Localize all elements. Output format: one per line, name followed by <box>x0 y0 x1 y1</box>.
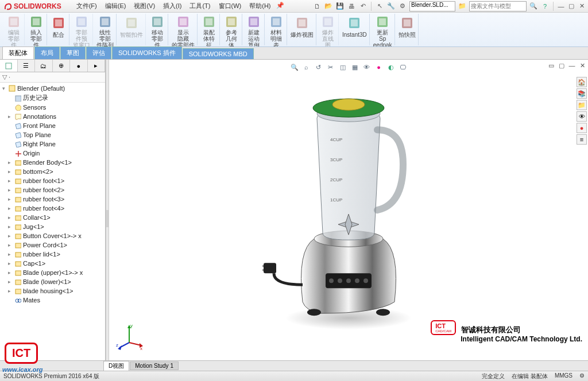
tree-item[interactable]: ▸Blade (upper)<1>-> x <box>0 268 105 277</box>
doc-close-icon[interactable]: ✕ <box>578 61 587 70</box>
ribbon-insert-comp[interactable]: 插入零部件 <box>26 14 47 45</box>
tree-item[interactable]: ▸bottom<2> <box>0 167 105 176</box>
browse-icon[interactable]: 📁 <box>458 2 467 11</box>
fm-display-tab-icon[interactable]: ● <box>70 60 88 72</box>
tree-item[interactable]: Top Plane <box>0 130 105 139</box>
minimize-icon[interactable]: — <box>557 2 565 10</box>
section-view-icon[interactable]: ✂ <box>326 62 336 72</box>
tree-item[interactable]: ▸rubber foot<1> <box>0 176 105 185</box>
tree-item[interactable]: Sensors <box>0 103 105 112</box>
ribbon-speedpak[interactable]: 更新Speedpak <box>371 14 395 45</box>
view-settings-icon[interactable]: 🖵 <box>398 62 408 72</box>
document-name[interactable]: Blender.SLD... <box>409 1 455 11</box>
scene-icon[interactable]: ◐ <box>386 62 396 72</box>
status-extras-icon[interactable]: ⚙ <box>579 372 585 380</box>
tree-item[interactable]: 历史记录 <box>0 93 105 103</box>
rebuild-icon[interactable]: 🔧 <box>386 2 396 11</box>
fm-overflow-icon[interactable]: ▸ <box>88 60 106 72</box>
graphics-viewport[interactable]: ▭ ▢ — ✕ 🔍 ⌕ ↺ ✂ ◫ ▦ 👁 ● ◐ 🖵 🏠 📚 📁 👁 ● ≡ <box>109 60 588 360</box>
ribbon-mate[interactable]: 配合 <box>48 14 69 45</box>
ribbon-motion[interactable]: 新建运动算例 <box>243 14 265 45</box>
menu-help[interactable]: 帮助(H) <box>246 1 274 11</box>
tree-item[interactable]: ▸Blender Body<1> <box>0 158 105 167</box>
fm-property-tab-icon[interactable]: ☰ <box>18 60 36 72</box>
tree-item[interactable]: ▸Collar<1> <box>0 213 105 222</box>
ribbon-explode[interactable]: 爆炸视图 <box>288 14 316 45</box>
search-input[interactable] <box>469 1 527 11</box>
tree-item[interactable]: ▸Cap<1> <box>0 259 105 268</box>
tree-item[interactable]: ▸rubber foot<4> <box>0 204 105 213</box>
tab-0[interactable]: 装配体 <box>2 46 34 59</box>
undo-icon[interactable]: ↶ <box>358 2 368 11</box>
taskpane-file-icon[interactable]: 📁 <box>577 100 587 110</box>
fm-tree-tab-icon[interactable] <box>0 60 18 72</box>
tree-item[interactable]: Mates <box>0 296 105 305</box>
fm-config-tab-icon[interactable]: 🗂 <box>35 60 53 72</box>
menu-edit[interactable]: 编辑(E) <box>102 1 130 11</box>
ribbon-linear-pattern[interactable]: 线性零部件阵列 <box>94 14 117 45</box>
menu-insert[interactable]: 插入(I) <box>160 1 185 11</box>
prev-view-icon[interactable]: ↺ <box>314 62 324 72</box>
ribbon-snapshot[interactable]: 拍快照 <box>396 14 419 45</box>
bottom-tab-model[interactable]: D视图 <box>103 361 129 371</box>
tree-item[interactable]: ▸Jug<1> <box>0 222 105 231</box>
tree-item[interactable]: Origin <box>0 149 105 158</box>
taskpane-lib-icon[interactable]: 📚 <box>577 88 587 99</box>
tree-filter[interactable]: ▽ · <box>0 72 105 83</box>
tree-item[interactable]: ▸rubber lid<1> <box>0 250 105 259</box>
ribbon-instant3d[interactable]: Instant3D <box>340 14 370 45</box>
tree-item[interactable]: ▸Button Cover<1>-> x <box>0 231 105 240</box>
orientation-triad[interactable]: y x z <box>115 322 144 352</box>
ribbon-move-comp[interactable]: 移动零部件 <box>147 14 168 45</box>
tree-root[interactable]: ▾ Blender (Default) <box>0 84 105 93</box>
tree-item[interactable]: ▸Power Cord<1> <box>0 240 105 250</box>
open-doc-icon[interactable]: 📂 <box>324 2 333 11</box>
menu-file[interactable]: 文件(F) <box>73 1 100 11</box>
help-icon[interactable]: ? <box>540 2 550 11</box>
taskpane-view-icon[interactable]: 👁 <box>577 111 587 122</box>
maximize-icon[interactable]: ▢ <box>567 2 575 10</box>
ribbon-show-hidden[interactable]: 显示隐藏的零部件 <box>169 14 198 45</box>
save-icon[interactable]: 💾 <box>335 2 345 11</box>
bottom-tab-motion[interactable]: Motion Study 1 <box>130 361 179 370</box>
new-doc-icon[interactable]: 🗋 <box>312 2 322 11</box>
view-orient-icon[interactable]: ◫ <box>338 62 348 72</box>
status-units[interactable]: MMGS <box>555 372 572 380</box>
doc-restore-icon[interactable]: — <box>567 61 577 70</box>
select-icon[interactable]: ↖ <box>375 2 384 11</box>
appearance-icon[interactable]: ● <box>374 62 384 72</box>
fm-dim-tab-icon[interactable]: ⊕ <box>53 60 71 72</box>
taskpane-prop-icon[interactable]: ≡ <box>577 134 587 145</box>
tree-item[interactable]: ▸Annotations <box>0 112 105 121</box>
taskpane-home-icon[interactable]: 🏠 <box>577 77 587 87</box>
zoom-fit-icon[interactable]: 🔍 <box>289 62 300 72</box>
zoom-area-icon[interactable]: ⌕ <box>301 62 312 72</box>
tab-1[interactable]: 布局 <box>34 46 60 59</box>
menu-view[interactable]: 视图(V) <box>130 1 158 11</box>
ribbon-asm-feature[interactable]: 装配体特征 <box>199 14 220 45</box>
tree-item[interactable]: ▸blade housing<1> <box>0 286 105 296</box>
tab-2[interactable]: 草图 <box>60 46 86 59</box>
doc-max-icon[interactable]: ▢ <box>557 61 566 70</box>
print-icon[interactable]: 🖶 <box>347 2 356 11</box>
tree-item[interactable]: ▸rubber foot<3> <box>0 195 105 204</box>
menu-pin-icon[interactable]: 📌 <box>276 1 285 10</box>
hide-show-icon[interactable]: 👁 <box>362 62 372 72</box>
options-icon[interactable]: ⚙ <box>398 2 407 11</box>
tab-3[interactable]: 评估 <box>86 46 111 59</box>
doc-min-icon[interactable]: ▭ <box>547 61 556 70</box>
tree-item[interactable]: Right Plane <box>0 139 105 149</box>
menu-tools[interactable]: 工具(T) <box>186 1 214 11</box>
tab-4[interactable]: SOLIDWORKS 插件 <box>112 46 182 59</box>
search-icon[interactable]: 🔍 <box>529 2 538 11</box>
tab-5[interactable]: SOLIDWORKS MBD <box>183 48 254 59</box>
taskpane-appear-icon[interactable]: ● <box>577 123 587 133</box>
ribbon-ref-geom[interactable]: 参考几何体 <box>221 14 242 45</box>
tree-item[interactable]: ▸Blade (lower)<1> <box>0 277 105 286</box>
tree-item[interactable]: ▸rubber foot<2> <box>0 185 105 195</box>
close-icon[interactable]: ✕ <box>578 2 586 10</box>
ribbon-bom[interactable]: 材料明细表 <box>266 14 287 45</box>
tree-item[interactable]: Front Plane <box>0 121 105 130</box>
menu-window[interactable]: 窗口(W) <box>215 1 245 11</box>
display-style-icon[interactable]: ▦ <box>350 62 360 72</box>
